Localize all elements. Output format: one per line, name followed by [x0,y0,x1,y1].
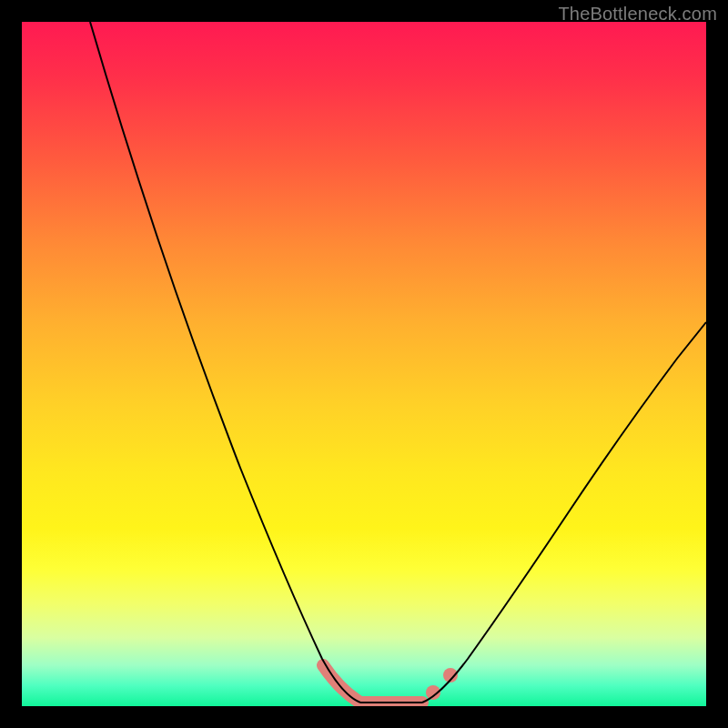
right-curve [422,322,706,703]
plot-area [22,22,706,706]
watermark-text: TheBottleneck.com [558,4,717,25]
chart-frame: TheBottleneck.com [0,0,728,728]
left-curve [90,22,360,703]
curve-layer [22,22,706,706]
